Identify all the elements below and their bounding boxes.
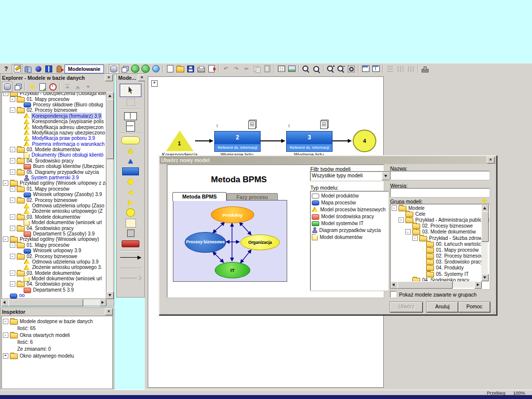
model-check-icon[interactable] — [38, 82, 47, 91]
model-type-list[interactable]: Model produktów Mapa procesów Model proc… — [310, 191, 389, 291]
close-icon[interactable] — [105, 308, 113, 315]
solid-arrow-tool[interactable] — [117, 252, 144, 263]
save-icon[interactable] — [186, 65, 196, 73]
tree-item[interactable]: 04. Środowisko pracy — [2, 225, 106, 231]
align-horizontal-icon[interactable] — [386, 65, 395, 73]
tree-item[interactable]: 02. Procesy biznesowe — [2, 107, 106, 113]
name-input[interactable] — [390, 171, 490, 180]
scroll-left-icon[interactable] — [1, 299, 9, 306]
scroll-up-icon[interactable] — [106, 92, 114, 100]
table-view-icon[interactable] — [277, 65, 286, 73]
model-type-option[interactable]: Model procesów biznesowych — [311, 206, 388, 213]
tree-item[interactable]: Modyfikacja nazwy ubezpieczono — [2, 130, 106, 135]
window-copy-icon[interactable] — [120, 65, 130, 73]
print-icon[interactable] — [197, 65, 206, 73]
toolbar-icon[interactable] — [382, 65, 384, 73]
cut-icon[interactable]: ✂ — [242, 65, 251, 73]
expand-toggle-icon[interactable] — [399, 217, 404, 223]
tree-item[interactable]: 04. Środowisko pracy — [2, 281, 106, 287]
expand-toggle-icon[interactable] — [10, 186, 15, 192]
tree-item[interactable]: 05. Diagramy przypadków użycia — [2, 169, 106, 174]
cream-square-tool[interactable] — [117, 218, 144, 228]
undo-icon[interactable]: ↶ — [221, 65, 231, 73]
explorer-toolbar-icon[interactable] — [59, 82, 61, 91]
create-button[interactable]: Utwórz — [390, 302, 423, 312]
open-model-icon[interactable] — [176, 65, 185, 73]
users-icon[interactable] — [23, 65, 33, 73]
expand-toggle-icon[interactable] — [10, 158, 15, 164]
stamp-icon[interactable] — [421, 65, 430, 73]
stadium-shape-tool[interactable] — [117, 135, 144, 145]
inspector-item[interactable]: Okna otwartych modeli — [2, 332, 112, 338]
expand-toggle-icon[interactable] — [3, 319, 8, 324]
close-icon[interactable] — [105, 74, 113, 81]
nav-forward-icon[interactable]: → — [141, 65, 150, 73]
activity-node-2[interactable]: 2 Referent ds. informacji — [214, 131, 261, 152]
toolbar-icon[interactable] — [298, 65, 300, 73]
globe-icon[interactable] — [151, 65, 161, 73]
scroll-right-icon[interactable] — [99, 299, 106, 306]
group-tree-vscrollbar[interactable] — [481, 204, 488, 281]
align-grid-icon[interactable] — [406, 65, 416, 73]
tree-item[interactable]: System partnerski 3.9 — [2, 175, 106, 180]
columns-icon[interactable] — [44, 65, 53, 73]
scroll-thumb[interactable] — [398, 281, 453, 289]
version-input[interactable] — [390, 188, 490, 197]
help-button[interactable]: Pomoc — [459, 302, 490, 312]
split-horizontal-tool[interactable] — [117, 111, 144, 121]
inspector-item[interactable]: Modele dostępne w bazie danych — [2, 318, 112, 325]
select-tool[interactable] — [117, 83, 144, 97]
expand-toggle-icon[interactable] — [10, 147, 15, 152]
model-type-filter-select[interactable]: Wszystkie typy modeli — [310, 171, 391, 181]
red-bar-tool[interactable] — [117, 238, 144, 249]
model-group-tree[interactable]: Modele Cele Przykład - Administracja pub… — [390, 204, 490, 289]
toolbar-icon[interactable] — [273, 65, 275, 73]
redo-icon[interactable]: ↷ — [232, 65, 241, 73]
group-tree-item[interactable]: 04. Produkty — [391, 265, 489, 271]
group-tree-item[interactable]: Przykład - Administracja publiczna — [391, 217, 489, 223]
toolbar-icon[interactable] — [323, 65, 325, 73]
tree-item[interactable]: Korespondencja (wypisanie polis — [2, 119, 106, 124]
scroll-thumb[interactable] — [106, 99, 114, 159]
inspector-item[interactable]: Ilość: 6 — [2, 338, 112, 345]
level-up-icon[interactable] — [63, 82, 72, 91]
tree-item[interactable]: Modyfikacja praw poboru 3.9 — [2, 135, 106, 141]
component-sphere-icon[interactable] — [33, 65, 43, 73]
new-model-icon[interactable] — [166, 65, 175, 73]
tree-item[interactable]: 03. Modele dokumentów — [2, 270, 106, 276]
expand-toggle-icon[interactable] — [10, 169, 15, 175]
inspector-item[interactable]: Ilość: 65 — [2, 325, 112, 332]
group-tree-item[interactable]: 03. Modele dokumentów — [391, 229, 489, 235]
left-triangle-tool[interactable] — [117, 187, 144, 197]
group-tree-item[interactable]: Cele — [391, 211, 489, 217]
tree-item[interactable]: oo — [2, 293, 106, 298]
scroll-down-icon[interactable] — [481, 274, 489, 281]
align-vertical-icon[interactable] — [396, 65, 405, 73]
show-grouped-checkbox[interactable] — [390, 291, 397, 298]
tree-item[interactable]: Modyfikacja adresu ubezpieczon — [2, 124, 106, 130]
split-vertical-tool[interactable] — [117, 121, 144, 132]
right-triangle-tool[interactable] — [117, 197, 144, 207]
activity-node-3[interactable]: 3 Referent ds. informacji — [286, 131, 332, 152]
level-expand-icon[interactable] — [73, 82, 82, 91]
expand-model-icon[interactable]: + — [151, 80, 158, 87]
model-type-option[interactable]: Model systemów IT — [311, 220, 388, 227]
crop-tool[interactable] — [117, 97, 144, 107]
expand-toggle-icon[interactable] — [10, 107, 15, 113]
tree-item[interactable]: Odmowa udzielenia urlopu 3.9 — [2, 259, 106, 265]
expand-toggle-icon[interactable] — [10, 226, 15, 231]
cancel-button[interactable]: Anuluj — [427, 302, 458, 312]
group-tree-hscrollbar[interactable] — [391, 281, 482, 288]
palette-tool[interactable] — [117, 132, 144, 135]
expand-toggle-icon[interactable] — [3, 332, 8, 338]
palette-tool[interactable] — [117, 249, 144, 252]
expand-toggle-icon[interactable] — [10, 281, 15, 287]
dashed-line-tool[interactable] — [117, 263, 144, 273]
toolbar-icon[interactable] — [417, 65, 419, 73]
find-icon[interactable] — [301, 65, 311, 73]
scroll-up-icon[interactable] — [481, 204, 489, 212]
group-tree-item[interactable]: 01. Mapy procesów — [391, 247, 489, 253]
scroll-right-icon[interactable] — [474, 281, 482, 289]
yellow-triangle-tool[interactable] — [117, 145, 144, 156]
inspector-item[interactable]: Okno aktywnego modelu — [2, 352, 112, 359]
